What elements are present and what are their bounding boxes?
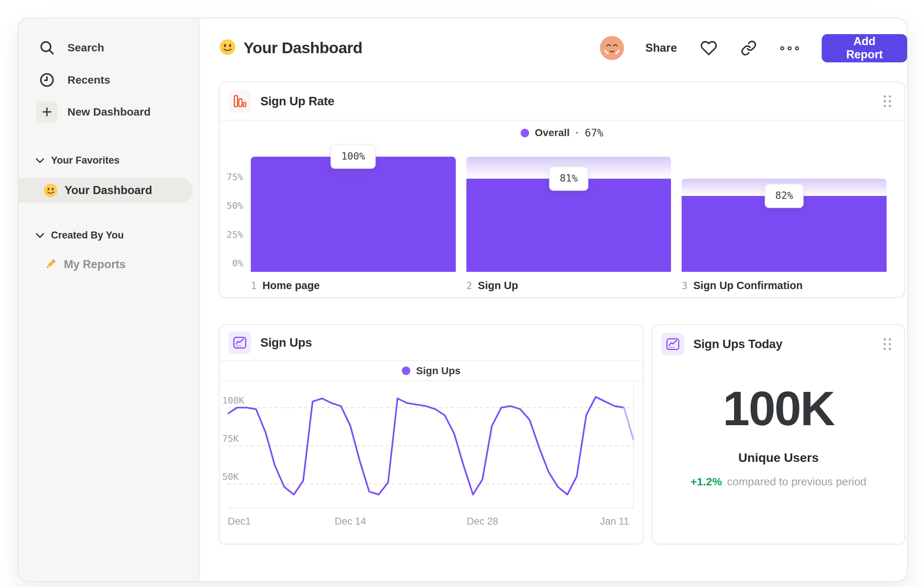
sidebar-item-label: Search xyxy=(68,41,104,54)
sign-ups-card: Sign Ups Sign Ups 100K75K50K Dec1Dec 14D… xyxy=(219,324,644,544)
legend-dot xyxy=(402,367,410,375)
funnel-y-tick: 25% xyxy=(219,230,243,240)
legend-series-name: Overall xyxy=(535,127,570,139)
x-axis-line xyxy=(228,508,635,508)
funnel-step-label: 2Sign Up xyxy=(466,279,672,292)
divider xyxy=(219,380,643,381)
funnel-bar-value-badge: 81% xyxy=(549,167,589,191)
kpi-label: Unique Users xyxy=(653,451,904,465)
sidebar-item-label: My Reports xyxy=(64,258,126,271)
sidebar-item-label: New Dashboard xyxy=(68,106,151,118)
funnel-bar-solid xyxy=(251,157,456,272)
funnel-y-tick: 50% xyxy=(219,201,243,211)
line-y-tick: 75K xyxy=(222,433,239,444)
funnel-bar-value-badge: 100% xyxy=(331,145,376,169)
funnel-y-axis: 75%50%25%0% xyxy=(219,157,243,272)
funnel-step-name: Sign Up Confirmation xyxy=(693,279,803,292)
section-title: Your Favorites xyxy=(51,155,120,166)
funnel-bar-solid xyxy=(466,179,672,272)
legend-separator: · xyxy=(576,127,579,139)
funnel-y-tick: 75% xyxy=(219,172,243,182)
card-title: Sign Ups Today xyxy=(693,337,782,351)
funnel-bar-step-1[interactable]: 100% xyxy=(251,157,456,272)
card-title: Sign Up Rate xyxy=(260,94,334,108)
funnel-bar-step-3[interactable]: 82% xyxy=(681,157,887,272)
kpi-delta-note: compared to previous period xyxy=(727,475,866,488)
section-your-favorites[interactable]: Your Favorites xyxy=(36,155,120,166)
funnel-chart-icon xyxy=(228,90,251,112)
drag-handle-icon[interactable] xyxy=(884,338,891,350)
avatar[interactable] xyxy=(600,36,624,60)
header-actions: Share Add Report xyxy=(600,34,907,62)
favorite-heart-icon[interactable] xyxy=(700,40,717,56)
line-chart-plot xyxy=(228,383,634,508)
card-title: Sign Ups xyxy=(260,336,312,350)
chart-legend: Sign Ups xyxy=(219,361,643,380)
share-button[interactable]: Share xyxy=(645,41,677,55)
line-x-tick: Dec1 xyxy=(228,515,251,527)
sign-ups-series-line-incomplete xyxy=(624,408,634,440)
kpi-value: 100K xyxy=(653,381,904,436)
chart-legend: Overall · 67% xyxy=(219,121,904,145)
sidebar-item-my-reports[interactable]: My Reports xyxy=(18,252,193,277)
funnel-step-label: 3Sign Up Confirmation xyxy=(681,279,887,292)
sign-ups-today-card: Sign Ups Today 100K Unique Users +1.2% c… xyxy=(652,324,905,544)
line-chart-icon xyxy=(662,333,684,356)
copy-link-icon[interactable] xyxy=(741,40,757,56)
chevron-down-icon xyxy=(36,155,45,166)
section-created-by-you[interactable]: Created By You xyxy=(36,230,124,241)
line-y-tick: 100K xyxy=(222,395,244,406)
page-title: Your Dashboard xyxy=(219,35,362,61)
card-header: Sign Up Rate xyxy=(219,82,904,120)
sidebar: Search Recents New Dashboard xyxy=(18,18,200,581)
funnel-step-label: 1Home page xyxy=(251,279,456,292)
add-report-button[interactable]: Add Report xyxy=(822,34,907,62)
page-title-text: Your Dashboard xyxy=(243,39,362,57)
sign-up-rate-card: Sign Up Rate Overall · 67% 75%50%25%0% 1… xyxy=(219,81,905,298)
drag-handle-icon[interactable] xyxy=(884,95,891,107)
kpi-delta-value: +1.2% xyxy=(690,475,722,488)
line-x-tick: Jan 11 xyxy=(600,515,629,527)
kpi-delta-row: +1.2% compared to previous period xyxy=(653,475,904,488)
line-x-tick: Dec 28 xyxy=(467,515,498,527)
sidebar-item-new-dashboard[interactable]: New Dashboard xyxy=(18,99,200,125)
smiley-emoji-icon xyxy=(219,38,236,57)
funnel-plot-area: 100%81%82% xyxy=(251,157,887,272)
card-header: Sign Ups Today xyxy=(653,325,904,363)
funnel-bar-value-badge: 82% xyxy=(764,184,804,208)
search-icon xyxy=(35,40,59,56)
chevron-down-icon xyxy=(36,230,45,241)
plus-icon xyxy=(35,101,59,122)
legend-dot xyxy=(521,129,529,137)
sidebar-item-label: Your Dashboard xyxy=(64,184,152,197)
legend-value: 67% xyxy=(585,127,604,139)
card-header: Sign Ups xyxy=(219,325,643,360)
funnel-step-number: 3 xyxy=(681,280,688,291)
funnel-step-number: 2 xyxy=(466,280,472,291)
funnel-bar-step-2[interactable]: 81% xyxy=(466,157,672,272)
funnel-step-number: 1 xyxy=(251,280,257,291)
sidebar-item-search[interactable]: Search xyxy=(18,35,200,61)
app-window: Search Recents New Dashboard xyxy=(18,18,908,582)
funnel-step-name: Home page xyxy=(262,279,320,292)
funnel-step-labels: 1Home page2Sign Up3Sign Up Confirmation xyxy=(251,279,887,292)
legend-series-name: Sign Ups xyxy=(416,365,460,377)
funnel-y-tick: 0% xyxy=(219,258,243,269)
line-x-tick: Dec 14 xyxy=(335,515,366,527)
sidebar-item-label: Recents xyxy=(68,74,111,86)
funnel-step-name: Sign Up xyxy=(478,279,518,292)
sidebar-item-your-dashboard[interactable]: Your Dashboard xyxy=(18,178,193,203)
sidebar-item-recents[interactable]: Recents xyxy=(18,67,200,93)
line-chart-icon xyxy=(228,331,251,354)
clock-icon xyxy=(35,72,59,88)
line-y-tick: 50K xyxy=(222,471,239,483)
smiley-emoji-icon xyxy=(43,183,58,198)
pencil-emoji-icon xyxy=(43,258,57,271)
more-options-icon[interactable] xyxy=(780,46,799,50)
section-title: Created By You xyxy=(51,230,124,241)
